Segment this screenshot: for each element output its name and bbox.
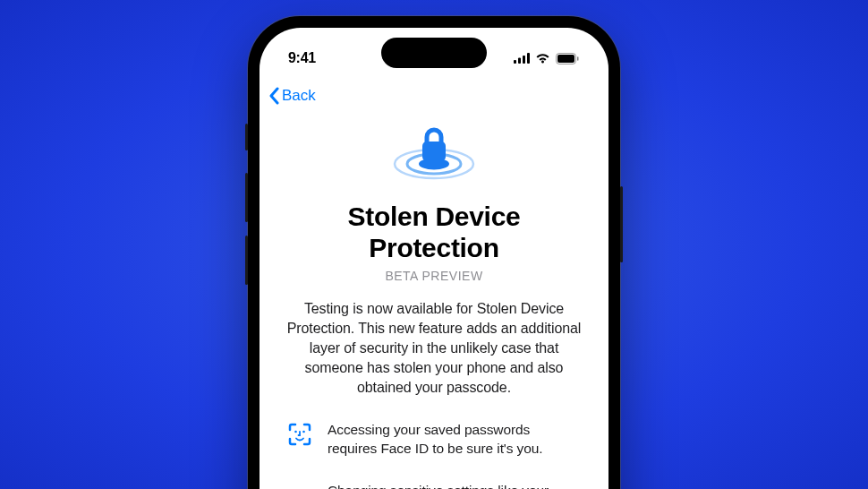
- content-area: Stolen Device Protection BETA PREVIEW Te…: [260, 123, 608, 489]
- battery-icon: [556, 53, 580, 64]
- svg-rect-1: [518, 58, 521, 64]
- back-button[interactable]: Back: [268, 87, 316, 105]
- phone-side-button: [245, 124, 248, 150]
- svg-point-12: [302, 431, 305, 433]
- back-label: Back: [282, 87, 316, 105]
- feature-icon-placeholder: [286, 482, 313, 484]
- feature-row: Changing sensitive settings like your: [283, 482, 585, 489]
- hero-icon-container: [283, 123, 585, 182]
- svg-rect-3: [527, 53, 530, 64]
- svg-rect-0: [514, 60, 516, 64]
- svg-rect-5: [557, 55, 574, 63]
- wifi-icon: [535, 53, 550, 64]
- page-body: Testing is now available for Stolen Devi…: [283, 299, 585, 398]
- phone-frame: 9:41: [248, 16, 620, 489]
- phone-volume-up-button: [245, 173, 248, 222]
- lock-ripple-icon: [391, 123, 477, 182]
- dynamic-island: [381, 38, 487, 68]
- svg-point-11: [294, 431, 297, 433]
- page-title: Stolen Device Protection: [283, 202, 585, 263]
- phone-screen: 9:41: [260, 28, 608, 489]
- phone-power-button: [620, 186, 623, 262]
- chevron-left-icon: [268, 87, 279, 105]
- feature-text: Changing sensitive settings like your: [328, 482, 549, 489]
- feature-row: Accessing your saved passwords requires …: [283, 421, 585, 459]
- face-id-icon: [286, 421, 313, 446]
- feature-text: Accessing your saved passwords requires …: [328, 421, 582, 459]
- svg-rect-10: [422, 142, 446, 161]
- status-time: 9:41: [288, 50, 316, 66]
- svg-rect-6: [577, 56, 579, 61]
- phone-volume-down-button: [245, 236, 248, 285]
- status-indicators: [514, 53, 580, 64]
- svg-rect-2: [523, 56, 525, 64]
- cellular-icon: [514, 53, 530, 64]
- page-subtitle: BETA PREVIEW: [283, 269, 585, 283]
- nav-bar: Back: [260, 76, 608, 116]
